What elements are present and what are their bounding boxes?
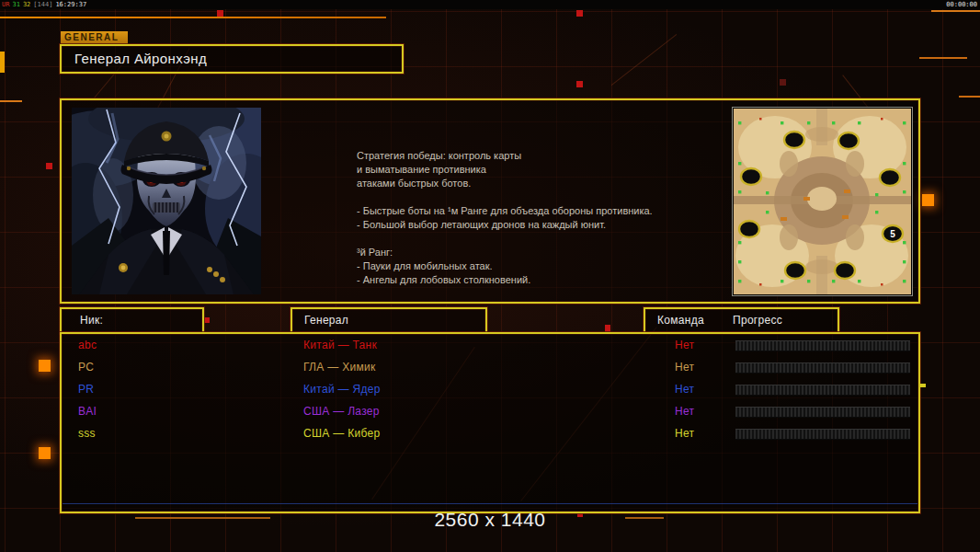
player-row[interactable]: PR Китай — Ядер Нет <box>60 382 920 400</box>
player-progress-bar <box>735 407 910 418</box>
description-line: атаками быстрых ботов. <box>357 177 669 190</box>
description-line: Стратегия победы: контроль карты <box>357 149 669 163</box>
player-team: Нет <box>675 404 694 419</box>
description-line <box>357 232 669 246</box>
player-nick: PR <box>78 382 94 397</box>
general-title-box: Генерал Айронхэнд <box>60 44 404 74</box>
resolution-label: 2560 x 1440 <box>0 509 980 531</box>
top-hud-strip: UR3132[144]16:29:37 00:00:00 <box>0 0 980 9</box>
map-art: 5 <box>734 109 911 294</box>
deco-square <box>576 81 583 87</box>
header-box-team-progress: Команда Прогресс <box>644 307 839 334</box>
player-nick: BAI <box>78 404 97 419</box>
description-line <box>357 190 669 204</box>
deco-square <box>204 317 210 323</box>
deco-orange-line <box>919 57 967 59</box>
description-line: - Большой выбор летающих дронов на кажды… <box>357 218 669 232</box>
player-nick: PC <box>78 360 94 374</box>
player-team: Нет <box>675 360 694 374</box>
column-header-team: Команда <box>657 309 704 332</box>
player-row[interactable]: BAI США — Лазер Нет <box>60 404 920 422</box>
deco-orange-line <box>0 100 22 102</box>
deco-square <box>780 79 786 86</box>
player-team: Нет <box>675 382 694 397</box>
portrait-art <box>72 108 261 294</box>
column-header-general: Генерал <box>304 309 348 332</box>
header-box-general: Генерал <box>291 307 487 334</box>
deco-square-glow <box>39 447 51 459</box>
description-line: - Быстрые боты на ¹м Ранге для объезда о… <box>357 204 669 218</box>
player-row[interactable]: abc Китай — Танк Нет <box>60 338 920 356</box>
deco-blue-line <box>63 503 917 504</box>
player-progress-bar <box>735 340 910 351</box>
player-general: Китай — Танк <box>303 338 377 352</box>
column-header-progress: Прогресс <box>733 309 782 332</box>
player-nick: abc <box>78 338 97 352</box>
description-line: ³й Ранг: <box>357 246 669 259</box>
player-progress-bar <box>735 362 910 374</box>
header-box-nick: Ник: <box>60 307 204 334</box>
stat-value: 32 <box>23 1 30 8</box>
map-preview: 5 <box>732 107 913 296</box>
general-portrait-image <box>72 108 261 294</box>
description-line: - Пауки для мобильных атак. <box>357 259 669 273</box>
lobby-screen: UR3132[144]16:29:37 00:00:00 GENERAL Ген… <box>0 0 980 552</box>
deco-orange-line <box>931 10 980 12</box>
deco-orange-bar <box>0 52 5 73</box>
column-header-nick: Ник: <box>80 309 103 332</box>
player-row[interactable]: sss США — Кибер Нет <box>60 426 920 444</box>
player-team: Нет <box>675 338 694 352</box>
player-team: Нет <box>675 426 694 441</box>
deco-square-glow <box>922 194 934 206</box>
start-position-number: 5 <box>890 229 895 239</box>
match-timer: 00:00:00 <box>946 1 977 8</box>
stat-value: 31 <box>12 1 19 8</box>
player-nick: sss <box>78 426 96 441</box>
description-line: и выматывание противника <box>357 163 669 177</box>
player-row[interactable]: PC ГЛА — Химик Нет <box>60 360 920 378</box>
clock-value: 16:29:37 <box>55 1 86 8</box>
description-line: - Ангелы для лобовых столкновений. <box>357 273 669 287</box>
deco-square <box>46 163 52 169</box>
tab-general: GENERAL <box>61 31 128 44</box>
deco-orange-line <box>959 96 980 98</box>
deco-square <box>217 10 223 17</box>
deco-square-glow <box>39 360 51 372</box>
stat-value: UR <box>2 1 9 8</box>
page-title: Генерал Айронхэнд <box>74 46 207 72</box>
player-general: ГЛА — Химик <box>303 360 376 374</box>
debug-stats: UR3132[144]16:29:37 <box>2 1 89 8</box>
player-progress-bar <box>735 385 910 396</box>
player-general: США — Кибер <box>303 426 380 441</box>
deco-square <box>576 10 583 17</box>
player-general: США — Лазер <box>303 404 380 419</box>
strategy-description: Стратегия победы: контроль карты и вымат… <box>357 149 669 287</box>
player-general: Китай — Ядер <box>303 382 381 397</box>
player-progress-bar <box>735 429 910 440</box>
deco-orange-line <box>0 17 386 18</box>
stat-value: [144] <box>33 1 52 8</box>
